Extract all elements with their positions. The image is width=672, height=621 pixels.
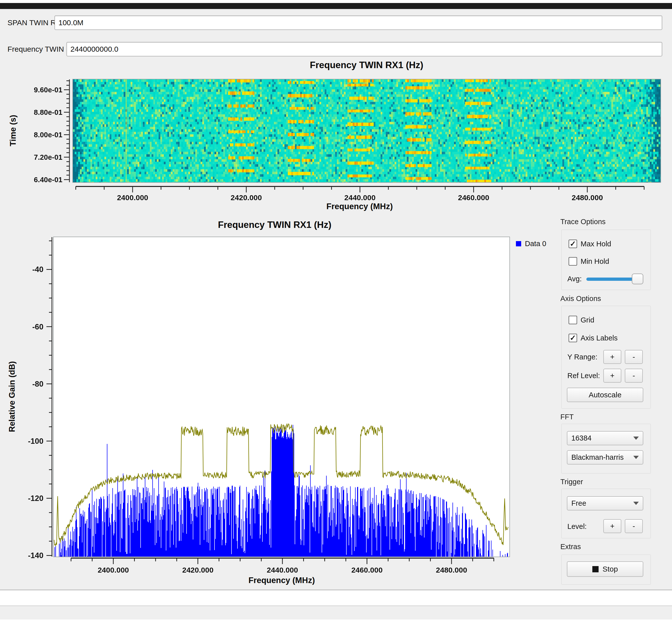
trigger-level-label: Level: bbox=[567, 522, 587, 531]
spectrum-xlabel: Frequency (MHz) bbox=[82, 576, 481, 585]
axis-labels-checkbox[interactable]: ✓ bbox=[568, 334, 577, 342]
check-icon: ✓ bbox=[569, 334, 576, 342]
stop-button-label: Stop bbox=[602, 565, 618, 573]
chevron-down-icon bbox=[633, 437, 639, 440]
fft-size-dropdown[interactable]: 16384 bbox=[567, 431, 643, 445]
fft-header: FFT bbox=[560, 413, 574, 421]
grid-checkbox[interactable]: ✓ bbox=[568, 316, 577, 324]
trigger-header: Trigger bbox=[560, 478, 583, 486]
waterfall-ylabel: Time (s) bbox=[8, 93, 18, 168]
stop-icon bbox=[592, 566, 599, 572]
chevron-down-icon bbox=[633, 502, 639, 505]
bottom-divider bbox=[0, 589, 672, 590]
axis-labels-label: Axis Labels bbox=[581, 334, 618, 342]
waterfall-heatmap-canvas bbox=[73, 79, 661, 182]
spectrum-traces bbox=[54, 237, 509, 556]
trigger-level-minus-button[interactable]: - bbox=[625, 519, 643, 533]
app-window: SPAN TWIN RX1 (Hz): Frequency TWIN RX1 (… bbox=[0, 0, 672, 621]
min-hold-checkbox[interactable]: ✓ bbox=[568, 257, 577, 265]
chevron-down-icon bbox=[633, 456, 639, 459]
stop-button[interactable]: Stop bbox=[567, 561, 643, 577]
waterfall-plot[interactable] bbox=[72, 79, 661, 183]
waterfall-title: Frequency TWIN RX1 (Hz) bbox=[167, 60, 566, 70]
legend-color-swatch bbox=[516, 241, 521, 246]
ref-level-minus-button[interactable]: - bbox=[625, 369, 643, 383]
trigger-level-plus-button[interactable]: + bbox=[603, 519, 621, 533]
max-hold-checkbox[interactable]: ✓ bbox=[568, 240, 577, 248]
fft-window-value: Blackman-harris bbox=[571, 453, 624, 461]
fft-window-dropdown[interactable]: Blackman-harris bbox=[567, 450, 643, 464]
check-icon: ✓ bbox=[569, 240, 576, 248]
spectrum-title: Frequency TWIN RX1 (Hz) bbox=[75, 220, 474, 230]
ref-level-label: Ref Level: bbox=[567, 371, 600, 380]
span-input[interactable] bbox=[54, 15, 662, 30]
avg-slider-handle[interactable] bbox=[632, 274, 643, 284]
spectrum-ylabel: Relative Gain (dB) bbox=[7, 347, 17, 447]
axis-options-header: Axis Options bbox=[560, 294, 601, 303]
spectrum-plot[interactable] bbox=[53, 237, 510, 557]
max-hold-label: Max Hold bbox=[581, 240, 611, 248]
min-hold-label: Min Hold bbox=[581, 257, 609, 265]
status-bar bbox=[0, 606, 672, 620]
autoscale-button[interactable]: Autoscale bbox=[567, 388, 643, 402]
trigger-mode-value: Free bbox=[571, 499, 586, 507]
y-range-minus-button[interactable]: - bbox=[625, 350, 643, 364]
trigger-mode-dropdown[interactable]: Free bbox=[567, 496, 643, 510]
frequency-input[interactable] bbox=[67, 42, 662, 56]
extras-header: Extras bbox=[560, 543, 581, 551]
grid-label: Grid bbox=[581, 316, 594, 324]
y-range-label: Y Range: bbox=[567, 353, 597, 361]
legend-label: Data 0 bbox=[525, 240, 546, 248]
trace-options-header: Trace Options bbox=[560, 218, 605, 226]
fft-size-value: 16384 bbox=[571, 434, 592, 442]
y-range-plus-button[interactable]: + bbox=[603, 350, 621, 364]
window-title-bar bbox=[0, 3, 672, 9]
ref-level-plus-button[interactable]: + bbox=[603, 369, 621, 383]
avg-label: Avg: bbox=[567, 275, 582, 283]
waterfall-xlabel: Frequency (MHz) bbox=[160, 202, 559, 211]
